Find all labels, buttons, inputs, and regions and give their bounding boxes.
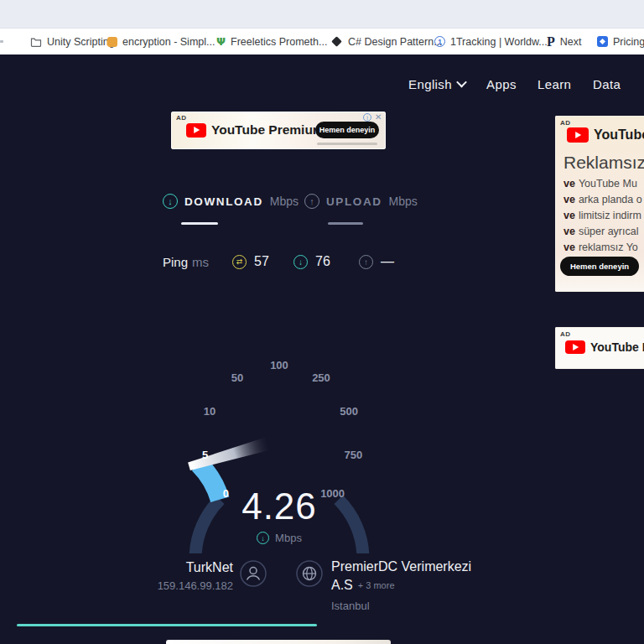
pricing-site-icon	[597, 36, 608, 47]
download-unit: Mbps	[270, 195, 299, 208]
bookmark-label: C# Design Pattern...	[348, 36, 443, 48]
upload-header: ↑ UPLOAD Mbps	[304, 194, 418, 209]
bookmark-unity-scripting[interactable]: Unity Scripting	[30, 29, 115, 55]
youtube-premium-brand: YouTube Pre	[565, 340, 644, 354]
ad-headline: Reklamsız	[564, 153, 644, 173]
top-ad-banner[interactable]: AD YouTube Premium Hemen deneyin i ✕	[171, 112, 386, 149]
ping-download-icon: ↓	[293, 255, 308, 269]
ad-info-icon[interactable]: i	[363, 113, 371, 122]
ping-download-value: 76	[315, 254, 330, 269]
nav-data-label: Data	[593, 77, 621, 91]
ping-upload: ↑ —	[359, 254, 394, 269]
gauge-tick: 50	[231, 371, 243, 384]
language-selector[interactable]: English	[408, 77, 465, 91]
ad-badge: AD	[560, 330, 571, 338]
bookmark-label: Unity Scripting	[47, 36, 115, 48]
upload-circle-icon: ↑	[304, 194, 319, 209]
youtube-logo-icon	[565, 340, 585, 354]
upload-unit: Mbps	[389, 195, 418, 208]
gauge-tick: 250	[312, 371, 330, 384]
server-block[interactable]: PremierDC Verimerkezi A.S + 3 more Istan…	[331, 558, 471, 613]
ping-download: ↓ 76	[293, 254, 330, 269]
download-label: DOWNLOAD	[184, 195, 263, 208]
ad-badge: AD	[176, 114, 187, 122]
ping-header: Ping ms	[163, 255, 209, 269]
gauge-tick: 5	[202, 449, 208, 461]
server-name: PremierDC Verimerkezi	[331, 558, 471, 575]
diamond-icon	[331, 36, 342, 47]
ad-badge: AD	[560, 119, 571, 127]
gauge-tick: 750	[344, 449, 362, 461]
nav-apps[interactable]: Apps	[486, 77, 517, 91]
bookmark-encryption[interactable]: encryption - Simpl...	[107, 29, 215, 55]
bookmark-label: Pricing	[613, 36, 644, 48]
side-ad-banner[interactable]: AD YouTube Pr Reklamsız veYouTube Mu vea…	[555, 116, 644, 292]
youtube-premium-brand: YouTube Pr	[567, 127, 644, 143]
browser-chrome-top	[0, 0, 644, 29]
brand-text: YouTube Pr	[594, 127, 644, 143]
bookmark-label: Freeletics Prometh...	[231, 36, 327, 48]
test-progress-bar	[17, 624, 317, 626]
bookmark-label: 1Tracking | Worldw...	[450, 36, 548, 48]
brand-text: YouTube Pre	[590, 340, 644, 354]
youtube-logo-icon	[186, 123, 206, 138]
bottom-ad-sliver	[166, 640, 391, 644]
ping-label: Ping	[163, 255, 188, 269]
gauge-needle	[188, 438, 269, 471]
bookmark-csharp-patterns[interactable]: C# Design Pattern...	[330, 29, 443, 55]
nav-learn-label: Learn	[538, 77, 571, 91]
download-circle-icon: ↓	[163, 194, 178, 209]
encryption-site-icon	[107, 37, 117, 47]
ping-upload-icon: ↑	[359, 255, 373, 269]
ping-idle-value: 57	[254, 254, 269, 269]
gauge-tick: 500	[340, 405, 358, 418]
ping-unit: ms	[192, 255, 209, 269]
bookmark-label: encryption - Simpl...	[122, 36, 215, 48]
bookmark-freeletics[interactable]: Ψ Freeletics Prometh...	[216, 29, 327, 55]
nav-data[interactable]: Data	[593, 77, 621, 91]
ad-feature-line: veYouTube Mu	[564, 176, 642, 192]
youtube-logo-icon	[567, 127, 589, 143]
clipped-bookmark	[0, 40, 3, 43]
folder-icon	[30, 37, 42, 47]
chevron-down-icon	[456, 76, 467, 87]
ad-fine-print	[317, 143, 377, 145]
ad-feature-list: veYouTube Mu vearka planda o velimitsiz …	[564, 176, 642, 256]
youtube-premium-brand: YouTube Premium	[186, 122, 325, 138]
bookmark-pricing[interactable]: Pricing	[597, 29, 644, 55]
ad-feature-line: vereklamsız Yo	[564, 240, 642, 256]
brand-text: YouTube Premium	[211, 122, 325, 138]
user-icon	[240, 560, 267, 587]
ad-feature-line: vearka planda o	[564, 192, 642, 208]
globe-icon	[296, 560, 323, 587]
server-location: Istanbul	[331, 599, 471, 613]
bookmarks-bar: Unity Scripting encryption - Simpl... Ψ …	[0, 29, 644, 55]
cactus-icon: Ψ	[216, 35, 226, 48]
nav-learn[interactable]: Learn	[538, 77, 571, 91]
bookmark-next[interactable]: P Next	[547, 29, 581, 55]
nav-apps-label: Apps	[486, 77, 517, 91]
current-speed-unit: Mbps	[275, 532, 302, 544]
bookmark-label: Next	[560, 36, 582, 48]
ad-close-icon[interactable]: ✕	[375, 113, 382, 122]
upload-label: UPLOAD	[326, 195, 382, 208]
ping-upload-value: —	[381, 254, 394, 269]
download-value-placeholder	[181, 222, 218, 225]
isp-ip: 159.146.99.182	[101, 579, 233, 593]
server-more-link[interactable]: + 3 more	[358, 580, 395, 590]
upload-value-placeholder	[328, 222, 363, 225]
download-header: ↓ DOWNLOAD Mbps	[163, 194, 299, 209]
isp-name: TurkNet	[101, 559, 233, 576]
current-speed-value: 4.26	[145, 488, 413, 525]
ad-feature-line: velimitsiz indirm	[564, 208, 642, 224]
bookmark-1tracking[interactable]: 1 1Tracking | Worldw...	[434, 29, 548, 55]
ad-cta-button[interactable]: Hemen deneyin	[560, 257, 639, 276]
ping-idle: ⇄ 57	[232, 254, 269, 269]
circled-one-icon: 1	[434, 36, 445, 47]
ad-cta-button[interactable]: Hemen deneyin	[315, 122, 379, 138]
gauge-tick: 10	[204, 405, 216, 418]
side-ad-banner-2[interactable]: AD YouTube Pre	[555, 327, 644, 369]
gauge-tick: 100	[270, 359, 288, 371]
download-mini-icon: ↓	[257, 532, 269, 544]
server-name-2: A.S	[331, 577, 353, 594]
